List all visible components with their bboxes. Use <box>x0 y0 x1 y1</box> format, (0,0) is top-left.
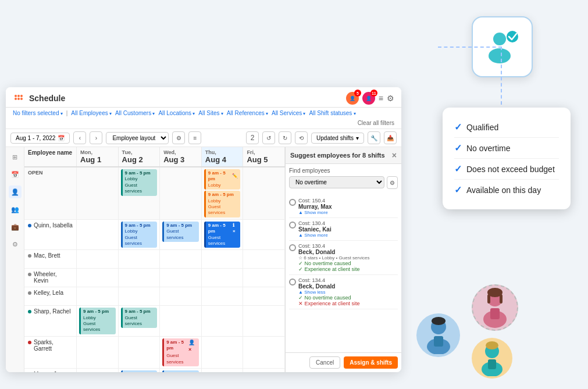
side-nav: ⊞ 📅 👤 👥 💼 ⚙ <box>6 147 24 372</box>
cell-wheeler-mon <box>77 269 119 287</box>
cell-moore-wed[interactable]: 9 am - 5 pm Guest services <box>160 369 202 372</box>
clear-filters-link[interactable]: Clear all filters <box>358 120 394 126</box>
refresh-button[interactable]: ↻ <box>279 131 291 144</box>
svg-point-2 <box>20 95 23 97</box>
schedule-app: Schedule 👤 5 👤 11 ≡ ⚙ No filters selecte… <box>6 87 401 372</box>
date-range-button[interactable]: Aug 1 - 7, 2022 📅 <box>10 133 70 144</box>
avatar-badge-2[interactable]: 👤 11 <box>362 92 375 105</box>
shift-block[interactable]: 9 am - 5 pm Guest services <box>162 370 199 372</box>
list-view-button[interactable]: ≡ <box>188 131 201 144</box>
sidenav-person-icon[interactable]: 👤 <box>9 185 22 198</box>
avatar-female <box>472 284 518 331</box>
header-thu: Thu, Aug 4 <box>202 147 244 166</box>
shift-block-highlighted[interactable]: 9 am - 5 pm ℹ × Guest services <box>204 222 241 248</box>
shift-block[interactable]: 9 am - 5 pm Lobby Guest services <box>79 308 116 334</box>
filter-customers[interactable]: All Customers <box>115 110 155 116</box>
overtime-settings-button[interactable]: ⚙ <box>387 176 398 189</box>
avatar-male-dark <box>416 313 460 357</box>
svg-rect-21 <box>488 359 496 369</box>
prev-week-button[interactable]: ‹ <box>73 131 86 144</box>
cell-sharp-tue[interactable]: 9 am - 5 pm Guest services <box>119 306 161 336</box>
undo-button[interactable]: 2 <box>246 131 259 144</box>
employee-radio-beck2[interactable] <box>289 279 296 285</box>
show-less-beck2[interactable]: ▲ Show less <box>298 290 360 295</box>
cell-quinn-wed[interactable]: 9 am - 5 pm Guest services <box>160 220 202 250</box>
employee-name-open: OPEN <box>24 167 77 219</box>
shift-block[interactable]: 9 am - 5 pm Lobby Guest services <box>204 191 241 217</box>
updated-shifts-button[interactable]: Updated shifts ▾ <box>311 133 364 144</box>
sidenav-group-icon[interactable]: 👥 <box>9 203 22 216</box>
filter-locations[interactable]: All Locations <box>158 110 195 116</box>
shift-block[interactable]: 9 am - 5 pm Lobby Guest services <box>121 222 158 248</box>
cell-kelley-thu <box>202 287 244 305</box>
suggest-title: Suggest employees for 8 shifts <box>290 152 385 159</box>
table-row: Sharp, Rachel 9 am - 5 pm Lobby Guest se… <box>24 306 285 337</box>
assign-shifts-button[interactable]: Assign & shifts <box>344 356 398 369</box>
sidenav-calendar-icon[interactable]: 📅 <box>9 168 22 181</box>
employee-sparks: Sparks, Garrett <box>24 337 77 368</box>
table-row: Wheeler, Kevin <box>24 269 285 287</box>
person-silhouette-3 <box>476 340 508 376</box>
export-button[interactable]: 📥 <box>384 131 397 144</box>
overtime-select[interactable]: No overtime Allow overtime <box>289 176 384 188</box>
svg-point-1 <box>17 95 20 97</box>
show-more-staniec[interactable]: ▲ Show more <box>298 233 332 238</box>
suggest-close-button[interactable]: × <box>392 151 397 160</box>
check-experience-2-fail: ✕ Experience at client site <box>298 301 360 306</box>
cell-sparks-wed[interactable]: 9 am - 5 pm 👤× Guest services <box>160 337 202 368</box>
filter-references[interactable]: All References <box>227 110 268 116</box>
cancel-button[interactable]: Cancel <box>309 356 340 369</box>
show-more-murray[interactable]: ▲ Show more <box>298 210 332 215</box>
updated-shifts-text: Updated shifts <box>316 135 354 141</box>
filter-sites[interactable]: All Sites <box>198 110 223 116</box>
next-week-button[interactable]: › <box>90 131 102 144</box>
cell-open-tue[interactable]: 9 am - 5 pm Lobby Guest services <box>119 167 161 219</box>
cell-open-thu[interactable]: 9 am - 5 pm ✏️ Lobby 9 am - 5 pm Lobby G… <box>202 167 244 219</box>
employee-radio-murray[interactable] <box>289 199 296 206</box>
shift-block[interactable]: 9 am - 5 pm Guest services <box>162 222 199 242</box>
settings-button[interactable]: ⚙ <box>172 131 185 144</box>
redo-button[interactable]: ↺ <box>262 131 275 144</box>
filter-no-filters[interactable]: No filters selected <box>13 110 63 116</box>
layout-dropdown[interactable]: Employee layout <box>106 132 169 144</box>
settings-icon[interactable]: ⚙ <box>387 94 394 103</box>
filter-bar: No filters selected | All Employees All … <box>6 108 401 129</box>
cell-sharp-mon[interactable]: 9 am - 5 pm Lobby Guest services <box>77 306 119 336</box>
menu-icon[interactable]: ≡ <box>379 94 383 103</box>
sidenav-grid-icon[interactable]: ⊞ <box>9 151 22 163</box>
sidenav-briefcase-icon[interactable]: 💼 <box>9 220 22 233</box>
dashed-connector-vertical <box>501 47 502 105</box>
shift-block[interactable]: 9 am - 5 pm Lobby Guest services <box>121 169 158 196</box>
content-area: ⊞ 📅 👤 👥 💼 ⚙ Employee name Mon, <box>6 147 401 372</box>
suggest-footer: Cancel Assign & shifts <box>286 352 401 372</box>
sidenav-settings-icon[interactable]: ⚙ <box>9 238 22 251</box>
cell-moore-tue[interactable]: 9 am - 5 pm Lobby Guest services <box>119 369 161 372</box>
cell-quinn-tue[interactable]: 9 am - 5 pm Lobby Guest services <box>119 220 161 250</box>
check-budget-icon: ✓ <box>454 163 462 174</box>
cell-moore-fri <box>243 369 285 372</box>
suggest-header: Suggest employees for 8 shifts × <box>286 147 401 164</box>
suggest-body: Find employees No overtime Allow overtim… <box>286 164 401 352</box>
svg-point-3 <box>15 98 17 100</box>
app-title: Schedule <box>29 94 65 103</box>
filter-shift-statuses[interactable]: All Shift statuses <box>309 110 355 116</box>
filter-icon-button[interactable]: 🔧 <box>368 131 380 144</box>
shift-block[interactable]: 9 am - 5 pm Guest services <box>121 308 158 328</box>
emp-info-beck2: Cost: 134.4 Beck, Donald ▲ Show less ✓ N… <box>298 277 360 306</box>
cell-sharp-fri <box>243 306 285 336</box>
filter-services[interactable]: All Services <box>272 110 305 116</box>
svg-point-22 <box>486 341 498 349</box>
shift-block[interactable]: 9 am - 5 pm ✏️ Lobby <box>204 169 241 190</box>
avatar-badge-1[interactable]: 👤 5 <box>346 92 359 105</box>
employee-radio-staniec[interactable] <box>289 222 296 229</box>
cell-quinn-thu[interactable]: 9 am - 5 pm ℹ × Guest services <box>202 220 244 250</box>
cell-wheeler-wed <box>160 269 202 287</box>
app-logo-icon <box>13 92 24 104</box>
employee-radio-beck1[interactable] <box>289 244 296 251</box>
criteria-qualified-label: Qualified <box>466 123 498 132</box>
shift-block[interactable]: 9 am - 5 pm 👤× Guest services <box>162 338 199 366</box>
filter-employees[interactable]: All Employees <box>71 110 112 116</box>
sync-button[interactable]: ⟲ <box>295 131 308 144</box>
shift-block[interactable]: 9 am - 5 pm Lobby Guest services <box>121 370 158 372</box>
cell-quinn-mon <box>77 220 119 250</box>
